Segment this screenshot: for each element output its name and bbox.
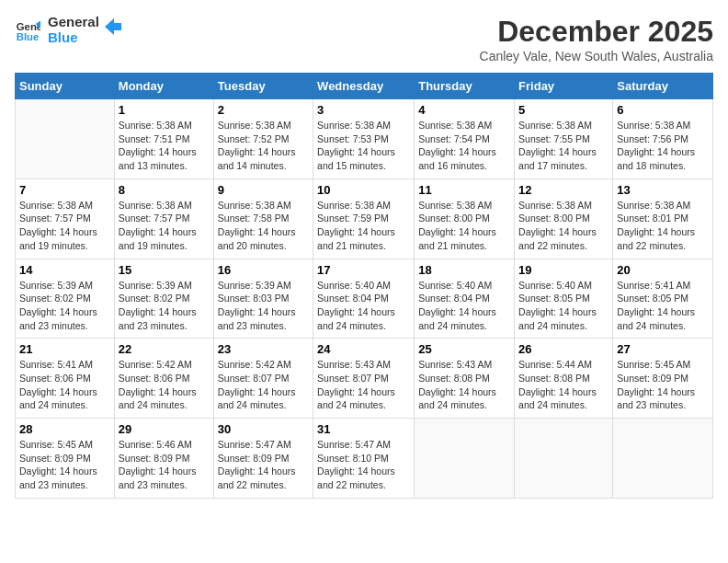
day-number: 13 [617, 183, 709, 197]
cell-content-line: Sunrise: 5:40 AM [518, 279, 609, 293]
calendar-cell: 16Sunrise: 5:39 AMSunset: 8:03 PMDayligh… [213, 259, 313, 339]
calendar-cell: 31Sunrise: 5:47 AMSunset: 8:10 PMDayligh… [313, 419, 415, 499]
calendar-cell: 28Sunrise: 5:45 AMSunset: 8:09 PMDayligh… [16, 419, 115, 499]
cell-content-line: and 24 minutes. [317, 319, 410, 333]
calendar-cell: 25Sunrise: 5:43 AMSunset: 8:08 PMDayligh… [415, 339, 515, 419]
calendar-cell: 14Sunrise: 5:39 AMSunset: 8:02 PMDayligh… [16, 259, 115, 339]
cell-content-line: and 24 minutes. [418, 398, 510, 412]
cell-content-line: Sunset: 8:08 PM [518, 372, 609, 385]
day-number: 9 [218, 183, 309, 197]
calendar-cell: 7Sunrise: 5:38 AMSunset: 7:57 PMDaylight… [16, 178, 115, 259]
calendar-week-row: 28Sunrise: 5:45 AMSunset: 8:09 PMDayligh… [16, 419, 713, 499]
cell-content-line: and 23 minutes. [119, 478, 210, 492]
calendar-cell: 6Sunrise: 5:38 AMSunset: 7:56 PMDaylight… [613, 99, 713, 179]
cell-content-line: Daylight: 14 hours [19, 305, 110, 319]
calendar-week-row: 1Sunrise: 5:38 AMSunset: 7:51 PMDaylight… [16, 99, 713, 179]
calendar-table: SundayMondayTuesdayWednesdayThursdayFrid… [15, 73, 713, 499]
cell-content-line: Sunrise: 5:41 AM [19, 358, 110, 372]
cell-content-line: and 16 minutes. [418, 159, 510, 173]
cell-content-line: Daylight: 14 hours [19, 465, 110, 478]
day-number: 26 [518, 342, 609, 356]
day-number: 22 [119, 342, 210, 356]
calendar-cell [515, 419, 613, 499]
svg-text:Blue: Blue [17, 30, 40, 41]
calendar-cell: 20Sunrise: 5:41 AMSunset: 8:05 PMDayligh… [613, 259, 713, 339]
cell-content-line: Sunset: 8:00 PM [418, 212, 510, 225]
cell-content-line: and 24 minutes. [518, 319, 609, 333]
cell-content-line: and 21 minutes. [317, 239, 410, 253]
cell-content-line: Daylight: 14 hours [317, 225, 410, 239]
calendar-cell: 27Sunrise: 5:45 AMSunset: 8:09 PMDayligh… [613, 339, 713, 419]
weekday-header-wednesday: Wednesday [313, 74, 415, 99]
cell-content-line: Sunrise: 5:45 AM [617, 358, 709, 372]
cell-content-line: Daylight: 14 hours [119, 305, 210, 319]
cell-content-line: Daylight: 14 hours [317, 465, 410, 478]
cell-content-line: Daylight: 14 hours [119, 225, 210, 239]
calendar-cell: 15Sunrise: 5:39 AMSunset: 8:02 PMDayligh… [114, 259, 213, 339]
cell-content-line: Sunrise: 5:38 AM [418, 119, 510, 132]
cell-content-line: Daylight: 14 hours [518, 385, 609, 399]
cell-content-line: and 21 minutes. [418, 239, 510, 253]
cell-content-line: Daylight: 14 hours [19, 385, 110, 399]
cell-content-line: Sunrise: 5:44 AM [518, 358, 609, 372]
calendar-cell: 1Sunrise: 5:38 AMSunset: 7:51 PMDaylight… [114, 99, 213, 179]
day-number: 5 [518, 103, 609, 117]
calendar-cell: 26Sunrise: 5:44 AMSunset: 8:08 PMDayligh… [515, 339, 613, 419]
calendar-cell: 10Sunrise: 5:38 AMSunset: 7:59 PMDayligh… [313, 178, 415, 259]
cell-content-line: Sunrise: 5:38 AM [317, 119, 410, 132]
day-number: 25 [418, 342, 510, 356]
day-number: 28 [19, 422, 110, 436]
day-number: 11 [418, 183, 510, 197]
calendar-cell [613, 419, 713, 499]
cell-content-line: Sunrise: 5:38 AM [617, 199, 709, 213]
cell-content-line: Sunset: 7:57 PM [119, 212, 210, 225]
calendar-cell: 30Sunrise: 5:47 AMSunset: 8:09 PMDayligh… [213, 419, 313, 499]
cell-content-line: Sunset: 8:05 PM [518, 292, 609, 305]
weekday-header-friday: Friday [515, 74, 613, 99]
cell-content-line: and 22 minutes. [218, 478, 309, 492]
calendar-cell: 17Sunrise: 5:40 AMSunset: 8:04 PMDayligh… [313, 259, 415, 339]
day-number: 12 [518, 183, 609, 197]
cell-content-line: Sunset: 8:03 PM [218, 292, 309, 305]
cell-content-line: Sunset: 8:06 PM [119, 372, 210, 385]
calendar-cell: 23Sunrise: 5:42 AMSunset: 8:07 PMDayligh… [213, 339, 313, 419]
calendar-cell: 11Sunrise: 5:38 AMSunset: 8:00 PMDayligh… [415, 178, 515, 259]
cell-content-line: Daylight: 14 hours [617, 385, 709, 399]
cell-content-line: and 22 minutes. [617, 239, 709, 253]
day-number: 17 [317, 263, 410, 277]
cell-content-line: Daylight: 14 hours [418, 305, 510, 319]
cell-content-line: Sunset: 7:54 PM [418, 132, 510, 146]
calendar-cell: 22Sunrise: 5:42 AMSunset: 8:06 PMDayligh… [114, 339, 213, 419]
cell-content-line: Sunrise: 5:45 AM [19, 438, 110, 452]
cell-content-line: Daylight: 14 hours [119, 145, 210, 159]
cell-content-line: Daylight: 14 hours [518, 225, 609, 239]
day-number: 7 [19, 183, 110, 197]
cell-content-line: Sunset: 8:09 PM [218, 452, 309, 465]
cell-content-line: and 23 minutes. [218, 319, 309, 333]
cell-content-line: and 23 minutes. [19, 319, 110, 333]
cell-content-line: Sunrise: 5:38 AM [317, 199, 410, 213]
cell-content-line: Sunrise: 5:43 AM [317, 358, 410, 372]
day-number: 19 [518, 263, 609, 277]
cell-content-line: Daylight: 14 hours [418, 385, 510, 399]
calendar-cell: 9Sunrise: 5:38 AMSunset: 7:58 PMDaylight… [213, 178, 313, 259]
calendar-week-row: 7Sunrise: 5:38 AMSunset: 7:57 PMDaylight… [16, 178, 713, 259]
cell-content-line: Sunrise: 5:38 AM [218, 199, 309, 213]
cell-content-line: Sunset: 8:08 PM [418, 372, 510, 385]
cell-content-line: Sunset: 7:58 PM [218, 212, 309, 225]
cell-content-line: Sunset: 8:10 PM [317, 452, 410, 465]
day-number: 4 [418, 103, 510, 117]
calendar-cell: 29Sunrise: 5:46 AMSunset: 8:09 PMDayligh… [114, 419, 213, 499]
cell-content-line: Daylight: 14 hours [218, 225, 309, 239]
cell-content-line: Sunrise: 5:41 AM [617, 279, 709, 293]
day-number: 3 [317, 103, 410, 117]
day-number: 1 [119, 103, 210, 117]
day-number: 18 [418, 263, 510, 277]
cell-content-line: and 22 minutes. [317, 478, 410, 492]
calendar-cell [16, 99, 115, 179]
cell-content-line: Sunrise: 5:38 AM [119, 199, 210, 213]
location: Canley Vale, New South Wales, Australia [480, 49, 713, 63]
cell-content-line: Daylight: 14 hours [119, 465, 210, 478]
day-number: 2 [218, 103, 309, 117]
cell-content-line: and 19 minutes. [119, 239, 210, 253]
